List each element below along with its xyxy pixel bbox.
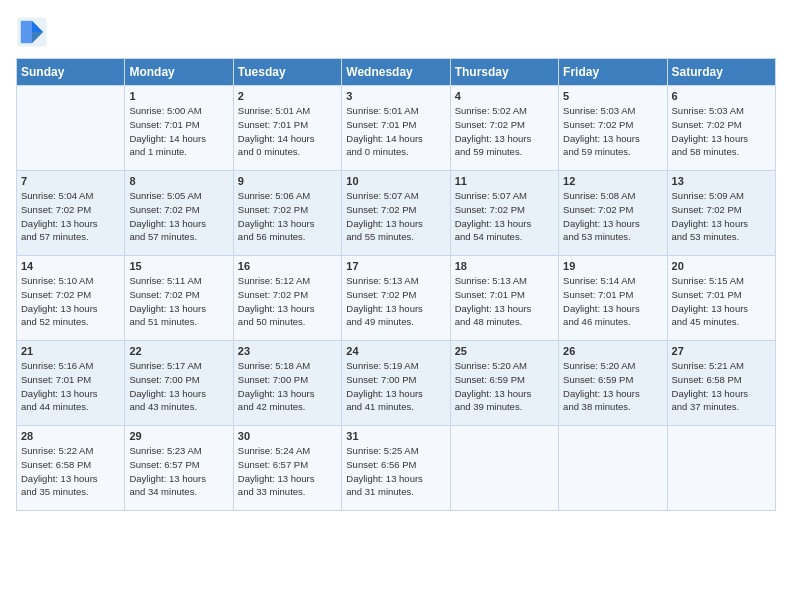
calendar-cell: 15Sunrise: 5:11 AM Sunset: 7:02 PM Dayli… xyxy=(125,256,233,341)
day-number: 13 xyxy=(672,175,771,187)
calendar-cell: 6Sunrise: 5:03 AM Sunset: 7:02 PM Daylig… xyxy=(667,86,775,171)
col-header-tuesday: Tuesday xyxy=(233,59,341,86)
calendar-cell: 18Sunrise: 5:13 AM Sunset: 7:01 PM Dayli… xyxy=(450,256,558,341)
svg-marker-3 xyxy=(21,21,32,43)
col-header-monday: Monday xyxy=(125,59,233,86)
calendar-cell: 16Sunrise: 5:12 AM Sunset: 7:02 PM Dayli… xyxy=(233,256,341,341)
day-info: Sunrise: 5:00 AM Sunset: 7:01 PM Dayligh… xyxy=(129,104,228,159)
calendar-header-row: SundayMondayTuesdayWednesdayThursdayFrid… xyxy=(17,59,776,86)
calendar-week-4: 21Sunrise: 5:16 AM Sunset: 7:01 PM Dayli… xyxy=(17,341,776,426)
day-number: 31 xyxy=(346,430,445,442)
calendar-week-2: 7Sunrise: 5:04 AM Sunset: 7:02 PM Daylig… xyxy=(17,171,776,256)
col-header-thursday: Thursday xyxy=(450,59,558,86)
calendar-cell: 2Sunrise: 5:01 AM Sunset: 7:01 PM Daylig… xyxy=(233,86,341,171)
calendar-cell xyxy=(667,426,775,511)
day-number: 24 xyxy=(346,345,445,357)
col-header-saturday: Saturday xyxy=(667,59,775,86)
day-info: Sunrise: 5:20 AM Sunset: 6:59 PM Dayligh… xyxy=(455,359,554,414)
day-info: Sunrise: 5:01 AM Sunset: 7:01 PM Dayligh… xyxy=(238,104,337,159)
day-info: Sunrise: 5:24 AM Sunset: 6:57 PM Dayligh… xyxy=(238,444,337,499)
calendar-cell: 7Sunrise: 5:04 AM Sunset: 7:02 PM Daylig… xyxy=(17,171,125,256)
day-number: 21 xyxy=(21,345,120,357)
day-info: Sunrise: 5:19 AM Sunset: 7:00 PM Dayligh… xyxy=(346,359,445,414)
day-info: Sunrise: 5:16 AM Sunset: 7:01 PM Dayligh… xyxy=(21,359,120,414)
day-number: 30 xyxy=(238,430,337,442)
day-info: Sunrise: 5:07 AM Sunset: 7:02 PM Dayligh… xyxy=(346,189,445,244)
day-number: 1 xyxy=(129,90,228,102)
calendar-cell: 21Sunrise: 5:16 AM Sunset: 7:01 PM Dayli… xyxy=(17,341,125,426)
day-number: 20 xyxy=(672,260,771,272)
calendar-cell: 12Sunrise: 5:08 AM Sunset: 7:02 PM Dayli… xyxy=(559,171,667,256)
calendar-cell: 17Sunrise: 5:13 AM Sunset: 7:02 PM Dayli… xyxy=(342,256,450,341)
day-info: Sunrise: 5:21 AM Sunset: 6:58 PM Dayligh… xyxy=(672,359,771,414)
col-header-wednesday: Wednesday xyxy=(342,59,450,86)
col-header-sunday: Sunday xyxy=(17,59,125,86)
logo xyxy=(16,16,52,48)
calendar-cell: 22Sunrise: 5:17 AM Sunset: 7:00 PM Dayli… xyxy=(125,341,233,426)
day-number: 22 xyxy=(129,345,228,357)
day-number: 14 xyxy=(21,260,120,272)
calendar-cell: 3Sunrise: 5:01 AM Sunset: 7:01 PM Daylig… xyxy=(342,86,450,171)
day-number: 19 xyxy=(563,260,662,272)
day-number: 17 xyxy=(346,260,445,272)
day-number: 8 xyxy=(129,175,228,187)
day-info: Sunrise: 5:06 AM Sunset: 7:02 PM Dayligh… xyxy=(238,189,337,244)
logo-icon xyxy=(16,16,48,48)
calendar-cell: 9Sunrise: 5:06 AM Sunset: 7:02 PM Daylig… xyxy=(233,171,341,256)
calendar-cell: 23Sunrise: 5:18 AM Sunset: 7:00 PM Dayli… xyxy=(233,341,341,426)
day-info: Sunrise: 5:05 AM Sunset: 7:02 PM Dayligh… xyxy=(129,189,228,244)
day-number: 4 xyxy=(455,90,554,102)
day-info: Sunrise: 5:20 AM Sunset: 6:59 PM Dayligh… xyxy=(563,359,662,414)
calendar-cell: 8Sunrise: 5:05 AM Sunset: 7:02 PM Daylig… xyxy=(125,171,233,256)
calendar-cell xyxy=(450,426,558,511)
calendar-cell: 24Sunrise: 5:19 AM Sunset: 7:00 PM Dayli… xyxy=(342,341,450,426)
day-info: Sunrise: 5:12 AM Sunset: 7:02 PM Dayligh… xyxy=(238,274,337,329)
calendar-cell: 11Sunrise: 5:07 AM Sunset: 7:02 PM Dayli… xyxy=(450,171,558,256)
day-number: 12 xyxy=(563,175,662,187)
day-info: Sunrise: 5:04 AM Sunset: 7:02 PM Dayligh… xyxy=(21,189,120,244)
calendar-week-1: 1Sunrise: 5:00 AM Sunset: 7:01 PM Daylig… xyxy=(17,86,776,171)
calendar-cell: 4Sunrise: 5:02 AM Sunset: 7:02 PM Daylig… xyxy=(450,86,558,171)
calendar-cell: 13Sunrise: 5:09 AM Sunset: 7:02 PM Dayli… xyxy=(667,171,775,256)
day-info: Sunrise: 5:10 AM Sunset: 7:02 PM Dayligh… xyxy=(21,274,120,329)
day-info: Sunrise: 5:01 AM Sunset: 7:01 PM Dayligh… xyxy=(346,104,445,159)
day-info: Sunrise: 5:14 AM Sunset: 7:01 PM Dayligh… xyxy=(563,274,662,329)
calendar-cell: 27Sunrise: 5:21 AM Sunset: 6:58 PM Dayli… xyxy=(667,341,775,426)
day-number: 5 xyxy=(563,90,662,102)
day-info: Sunrise: 5:11 AM Sunset: 7:02 PM Dayligh… xyxy=(129,274,228,329)
day-number: 6 xyxy=(672,90,771,102)
calendar-cell: 14Sunrise: 5:10 AM Sunset: 7:02 PM Dayli… xyxy=(17,256,125,341)
day-info: Sunrise: 5:25 AM Sunset: 6:56 PM Dayligh… xyxy=(346,444,445,499)
day-number: 15 xyxy=(129,260,228,272)
day-number: 9 xyxy=(238,175,337,187)
calendar-cell: 26Sunrise: 5:20 AM Sunset: 6:59 PM Dayli… xyxy=(559,341,667,426)
day-number: 25 xyxy=(455,345,554,357)
day-number: 29 xyxy=(129,430,228,442)
calendar-cell: 31Sunrise: 5:25 AM Sunset: 6:56 PM Dayli… xyxy=(342,426,450,511)
calendar-cell: 10Sunrise: 5:07 AM Sunset: 7:02 PM Dayli… xyxy=(342,171,450,256)
day-number: 10 xyxy=(346,175,445,187)
day-number: 27 xyxy=(672,345,771,357)
day-number: 2 xyxy=(238,90,337,102)
calendar-table: SundayMondayTuesdayWednesdayThursdayFrid… xyxy=(16,58,776,511)
calendar-cell xyxy=(17,86,125,171)
day-info: Sunrise: 5:09 AM Sunset: 7:02 PM Dayligh… xyxy=(672,189,771,244)
day-info: Sunrise: 5:13 AM Sunset: 7:02 PM Dayligh… xyxy=(346,274,445,329)
day-info: Sunrise: 5:15 AM Sunset: 7:01 PM Dayligh… xyxy=(672,274,771,329)
day-info: Sunrise: 5:07 AM Sunset: 7:02 PM Dayligh… xyxy=(455,189,554,244)
day-number: 11 xyxy=(455,175,554,187)
day-number: 7 xyxy=(21,175,120,187)
calendar-week-5: 28Sunrise: 5:22 AM Sunset: 6:58 PM Dayli… xyxy=(17,426,776,511)
day-info: Sunrise: 5:22 AM Sunset: 6:58 PM Dayligh… xyxy=(21,444,120,499)
calendar-cell: 30Sunrise: 5:24 AM Sunset: 6:57 PM Dayli… xyxy=(233,426,341,511)
day-number: 3 xyxy=(346,90,445,102)
calendar-cell: 20Sunrise: 5:15 AM Sunset: 7:01 PM Dayli… xyxy=(667,256,775,341)
calendar-week-3: 14Sunrise: 5:10 AM Sunset: 7:02 PM Dayli… xyxy=(17,256,776,341)
day-info: Sunrise: 5:03 AM Sunset: 7:02 PM Dayligh… xyxy=(563,104,662,159)
day-info: Sunrise: 5:17 AM Sunset: 7:00 PM Dayligh… xyxy=(129,359,228,414)
day-info: Sunrise: 5:03 AM Sunset: 7:02 PM Dayligh… xyxy=(672,104,771,159)
day-number: 16 xyxy=(238,260,337,272)
day-info: Sunrise: 5:13 AM Sunset: 7:01 PM Dayligh… xyxy=(455,274,554,329)
page-header xyxy=(16,16,776,48)
day-number: 23 xyxy=(238,345,337,357)
